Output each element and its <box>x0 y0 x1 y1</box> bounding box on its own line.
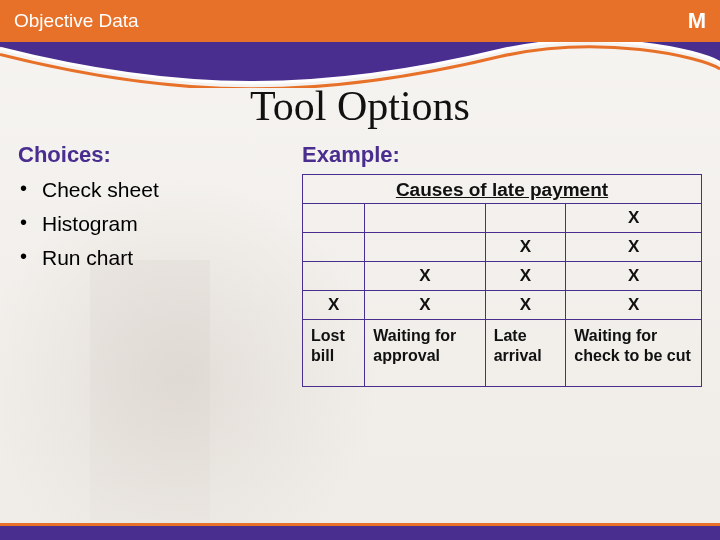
tally-cell: X <box>365 262 485 291</box>
bullet-icon: • <box>20 212 42 232</box>
bullet-icon: • <box>20 178 42 198</box>
slide-content: Choices: • Check sheet • Histogram • Run… <box>0 130 720 387</box>
table-row: X <box>303 204 701 233</box>
column-header: Lost bill <box>303 320 365 387</box>
tally-cell: X <box>303 291 365 320</box>
slide-header: Objective Data M <box>0 0 720 42</box>
header-title: Objective Data <box>14 10 139 32</box>
choice-label: Check sheet <box>42 178 159 202</box>
table-caption: Causes of late payment <box>303 175 701 204</box>
bullet-icon: • <box>20 246 42 266</box>
tally-cell: X <box>485 291 566 320</box>
tally-cell: X <box>365 291 485 320</box>
check-sheet-table: Causes of late payment X X X <box>302 174 702 387</box>
list-item: • Check sheet <box>20 178 278 202</box>
tally-cell <box>303 204 365 233</box>
tally-cell <box>365 233 485 262</box>
header-badge: M <box>688 8 706 34</box>
tally-cell: X <box>566 204 701 233</box>
choice-label: Histogram <box>42 212 138 236</box>
example-heading: Example: <box>302 142 702 168</box>
tally-grid: X X X X X X X <box>303 204 701 386</box>
choices-column: Choices: • Check sheet • Histogram • Run… <box>18 142 278 387</box>
choice-label: Run chart <box>42 246 133 270</box>
tally-cell <box>365 204 485 233</box>
table-row: X X X X <box>303 291 701 320</box>
tally-cell: X <box>566 262 701 291</box>
tally-cell: X <box>566 233 701 262</box>
tally-cell <box>303 262 365 291</box>
list-item: • Run chart <box>20 246 278 270</box>
table-header-row: Lost bill Waiting for approval Late arri… <box>303 320 701 387</box>
tally-cell: X <box>485 233 566 262</box>
slide-footer-bar <box>0 526 720 540</box>
column-header: Waiting for check to be cut <box>566 320 701 387</box>
tally-cell <box>303 233 365 262</box>
column-header: Waiting for approval <box>365 320 485 387</box>
column-header: Late arrival <box>485 320 566 387</box>
choices-heading: Choices: <box>18 142 278 168</box>
tally-cell: X <box>566 291 701 320</box>
slide-title: Tool Options <box>0 82 720 130</box>
choices-list: • Check sheet • Histogram • Run chart <box>18 178 278 270</box>
example-column: Example: Causes of late payment X X X <box>302 142 702 387</box>
table-row: X X X <box>303 262 701 291</box>
list-item: • Histogram <box>20 212 278 236</box>
table-row: X X <box>303 233 701 262</box>
tally-cell <box>485 204 566 233</box>
tally-cell: X <box>485 262 566 291</box>
